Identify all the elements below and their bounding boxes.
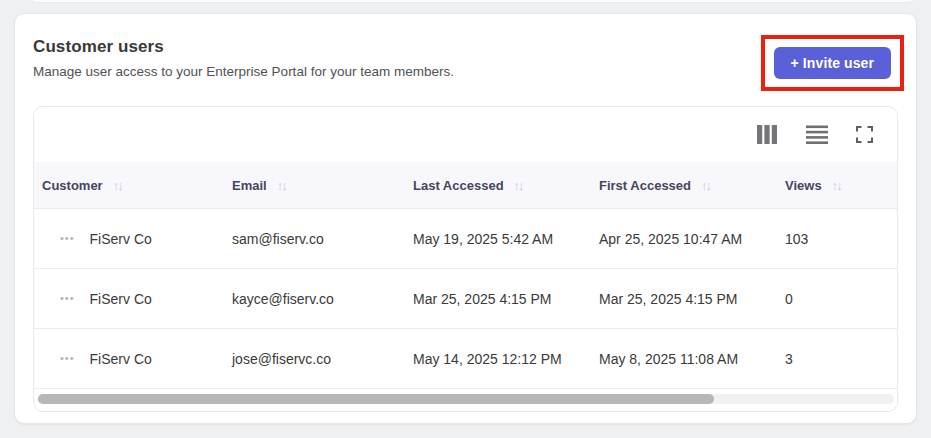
- last-accessed-cell: May 14, 2025 12:12 PM: [405, 351, 591, 367]
- email-cell: sam@fiserv.co: [224, 231, 405, 247]
- table-header-row: Customer ↑↓ Email ↑↓ Last Accessed ↑↓ Fi…: [34, 162, 897, 209]
- row-density-icon[interactable]: [804, 123, 830, 146]
- last-accessed-cell: Mar 25, 2025 4:15 PM: [405, 291, 591, 307]
- last-accessed-cell: May 19, 2025 5:42 AM: [405, 231, 591, 247]
- views-cell: 103: [777, 231, 897, 247]
- table-row: ••• FiServ Co jose@fiservc.co May 14, 20…: [34, 329, 897, 389]
- table-row: ••• FiServ Co sam@fiserv.co May 19, 2025…: [34, 209, 897, 269]
- sort-icon: ↑↓: [832, 178, 841, 193]
- column-header-first-accessed[interactable]: First Accessed ↑↓: [591, 178, 777, 193]
- sort-icon: ↑↓: [514, 178, 523, 193]
- column-header-customer[interactable]: Customer ↑↓: [34, 178, 224, 193]
- row-menu-icon[interactable]: •••: [60, 351, 75, 366]
- customer-cell: ••• FiServ Co: [34, 291, 224, 307]
- customer-users-card: Customer users Manage user access to you…: [14, 13, 917, 424]
- row-menu-icon[interactable]: •••: [60, 291, 75, 306]
- annotation-highlight-box: + Invite user: [761, 35, 904, 91]
- card-header-text: Customer users Manage user access to you…: [33, 37, 454, 79]
- column-header-label: Last Accessed: [413, 178, 504, 193]
- first-accessed-cell: May 8, 2025 11:08 AM: [591, 351, 777, 367]
- row-density-icon-glyph: [806, 125, 828, 144]
- sort-icon: ↑↓: [701, 178, 710, 193]
- row-menu-icon[interactable]: •••: [60, 231, 75, 246]
- customer-cell: ••• FiServ Co: [34, 231, 224, 247]
- scrollbar-thumb[interactable]: [38, 394, 714, 404]
- email-cell: jose@fiservc.co: [224, 351, 405, 367]
- previous-card-edge: [30, 0, 915, 3]
- column-header-label: First Accessed: [599, 178, 691, 193]
- first-accessed-cell: Apr 25, 2025 10:47 AM: [591, 231, 777, 247]
- page-subtitle: Manage user access to your Enterprise Po…: [33, 64, 454, 79]
- users-table-panel: Customer ↑↓ Email ↑↓ Last Accessed ↑↓ Fi…: [33, 106, 898, 412]
- views-cell: 3: [777, 351, 897, 367]
- column-header-label: Email: [232, 178, 267, 193]
- column-header-last-accessed[interactable]: Last Accessed ↑↓: [405, 178, 591, 193]
- column-header-label: Customer: [42, 178, 103, 193]
- columns-icon[interactable]: [755, 123, 780, 146]
- sort-icon: ↑↓: [277, 178, 286, 193]
- customer-name: FiServ Co: [90, 291, 152, 307]
- card-header: Customer users Manage user access to you…: [33, 37, 898, 91]
- table-toolbar: [34, 107, 897, 162]
- page-title: Customer users: [33, 37, 454, 57]
- table-row: ••• FiServ Co kayce@fiserv.co Mar 25, 20…: [34, 269, 897, 329]
- email-cell: kayce@fiserv.co: [224, 291, 405, 307]
- column-header-views[interactable]: Views ↑↓: [777, 178, 897, 193]
- invite-user-button[interactable]: + Invite user: [774, 47, 891, 79]
- fullscreen-icon[interactable]: [854, 124, 875, 145]
- customer-cell: ••• FiServ Co: [34, 351, 224, 367]
- customer-name: FiServ Co: [90, 231, 152, 247]
- table-scroll-area: [34, 389, 897, 411]
- column-header-label: Views: [785, 178, 822, 193]
- customer-name: FiServ Co: [90, 351, 152, 367]
- fullscreen-icon-glyph: [856, 126, 873, 143]
- column-header-email[interactable]: Email ↑↓: [224, 178, 405, 193]
- columns-icon-glyph: [757, 125, 778, 144]
- sort-icon: ↑↓: [113, 178, 122, 193]
- views-cell: 0: [777, 291, 897, 307]
- first-accessed-cell: Mar 25, 2025 4:15 PM: [591, 291, 777, 307]
